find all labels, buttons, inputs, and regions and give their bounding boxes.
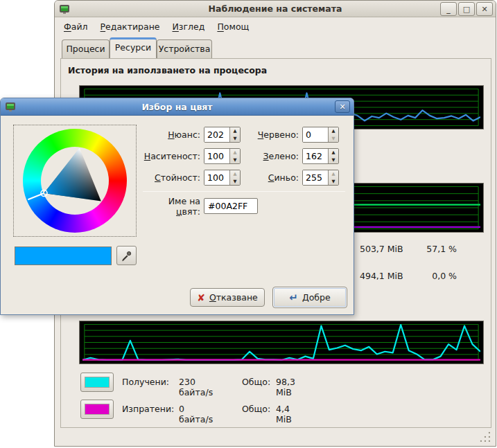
blue-input[interactable]	[303, 170, 328, 185]
blue-field-row: Синьо: ▲ ▼	[236, 170, 339, 186]
desktop: Наблюдение на системата _ □ ✕ Файл Редак…	[0, 0, 497, 448]
menu-edit[interactable]: Редактиране	[94, 19, 166, 34]
received-label: Получени:	[122, 377, 169, 387]
received-color-swatch	[85, 377, 110, 388]
window-title: Наблюдение на системата	[55, 3, 496, 14]
red-field-row: Червено: ▲ ▼	[236, 127, 339, 143]
tab-devices-label: Устройства	[159, 44, 211, 54]
dialog-title: Избор на цвят	[1, 102, 354, 112]
memory-usage-row: 503,7 MiB 57,1 %	[360, 244, 485, 254]
cancel-x-icon: ✘	[197, 292, 205, 303]
tab-resources[interactable]: Ресурси	[110, 37, 157, 58]
sent-label: Изпратени:	[122, 404, 174, 414]
ok-enter-icon: ↵	[289, 294, 298, 301]
value-spinner: ▲ ▼	[204, 170, 241, 186]
saturation-field-row: Наситеност: ▲ ▼	[143, 148, 241, 164]
color-name-row: Име на цвят:	[143, 198, 204, 214]
eyedropper-icon	[121, 250, 132, 262]
close-button[interactable]: ✕	[476, 2, 493, 16]
color-name-input[interactable]	[204, 198, 258, 214]
green-field-row: Зелено: ▲ ▼	[236, 148, 339, 164]
cancel-button-label: Отказване	[209, 292, 258, 303]
dialog-separator	[143, 191, 345, 192]
minimize-button[interactable]: _	[440, 2, 457, 16]
tab-devices[interactable]: Устройства	[157, 39, 212, 58]
cancel-button[interactable]: ✘ Отказване	[190, 288, 265, 307]
red-input[interactable]	[303, 127, 328, 142]
cpu-history-heading: История на използването на процесора	[68, 65, 267, 75]
red-up-arrow-icon[interactable]: ▲	[329, 127, 338, 135]
blue-label: Синьо:	[236, 172, 302, 183]
value-input[interactable]	[204, 170, 229, 185]
red-spinner: ▲ ▼	[302, 127, 339, 143]
value-field-row: Стойност: ▲ ▼	[143, 170, 241, 186]
received-total-label: Общо:	[242, 377, 270, 387]
menu-view[interactable]: Изглед	[166, 19, 211, 34]
tab-processes[interactable]: Процеси	[62, 39, 110, 58]
ok-button[interactable]: ↵ Добре	[272, 287, 347, 308]
saturation-value-triangle[interactable]	[23, 129, 127, 233]
memory-used-percent: 57,1 %	[418, 244, 457, 254]
blue-spin-arrows: ▲ ▼	[328, 170, 338, 185]
ok-button-label: Добре	[302, 292, 331, 303]
menubar: Файл Редактиране Изглед Помощ	[58, 18, 255, 35]
value-label: Стойност:	[143, 172, 204, 183]
tab-resources-label: Ресурси	[115, 42, 151, 53]
green-spin-arrows: ▲ ▼	[328, 149, 338, 163]
green-spinner: ▲ ▼	[302, 148, 339, 164]
main-titlebar[interactable]: Наблюдение на системата _ □ ✕	[55, 1, 496, 17]
received-color-button[interactable]	[80, 373, 114, 392]
tab-processes-label: Процеси	[66, 44, 105, 54]
blue-spinner: ▲ ▼	[302, 170, 339, 186]
eyedropper-button[interactable]	[116, 246, 137, 265]
color-wheel-area	[13, 125, 137, 237]
maximize-icon: □	[463, 5, 470, 14]
blue-up-arrow-icon[interactable]: ▲	[329, 170, 338, 178]
swap-usage-row: 494,1 MiB 0,0 %	[360, 271, 485, 281]
sent-total: 4,4 MiB	[276, 404, 292, 424]
minimize-icon: _	[446, 5, 451, 14]
sent-color-swatch	[85, 404, 110, 415]
sent-color-button[interactable]	[80, 400, 114, 419]
menu-file[interactable]: Файл	[58, 19, 94, 34]
green-up-arrow-icon[interactable]: ▲	[329, 149, 338, 156]
dialog-close-button[interactable]: ✕	[335, 100, 350, 113]
red-label: Червено:	[236, 129, 302, 140]
swap-used-percent: 0,0 %	[418, 271, 457, 281]
hue-spinner: ▲ ▼	[204, 127, 241, 143]
saturation-input[interactable]	[204, 149, 229, 163]
green-label: Зелено:	[236, 151, 302, 161]
hue-ring[interactable]	[23, 129, 127, 233]
close-icon: ✕	[481, 5, 487, 14]
dialog-close-icon: ✕	[339, 102, 345, 111]
statusbar	[55, 428, 496, 446]
sent-total-label: Общо:	[242, 404, 270, 414]
menu-help[interactable]: Помощ	[211, 19, 255, 34]
received-rate: 230 байта/s	[179, 377, 213, 397]
saturation-label: Наситеност:	[143, 151, 204, 161]
hue-input[interactable]	[204, 127, 229, 142]
received-total: 98,3 MiB	[276, 377, 295, 397]
network-history-chart	[79, 321, 484, 364]
green-down-arrow-icon[interactable]: ▼	[329, 156, 338, 164]
red-down-arrow-icon[interactable]: ▼	[329, 135, 338, 143]
window-controls: _ □ ✕	[440, 2, 493, 16]
green-input[interactable]	[303, 149, 328, 163]
hue-label: Нюанс:	[143, 129, 204, 140]
swap-used-value: 494,1 MiB	[360, 271, 418, 281]
sent-rate: 0 байта/s	[179, 404, 213, 424]
blue-down-arrow-icon[interactable]: ▼	[329, 178, 338, 186]
color-picker-dialog: Избор на цвят ✕	[0, 98, 354, 315]
dialog-titlebar[interactable]: Избор на цвят ✕	[1, 98, 354, 116]
color-name-label: Име на цвят:	[143, 196, 204, 217]
resize-grip[interactable]	[480, 431, 491, 442]
color-preview	[15, 247, 112, 265]
red-spin-arrows: ▲ ▼	[328, 127, 338, 142]
hue-field-row: Нюанс: ▲ ▼	[143, 127, 241, 143]
saturation-spinner: ▲ ▼	[204, 148, 241, 164]
maximize-button[interactable]: □	[458, 2, 475, 16]
memory-used-value: 503,7 MiB	[360, 244, 418, 254]
